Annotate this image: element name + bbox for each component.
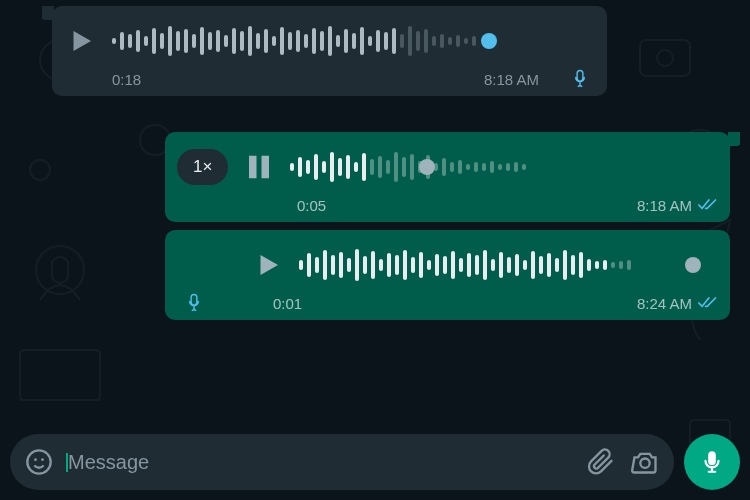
svg-point-13 [41,458,44,461]
svg-rect-10 [262,156,270,179]
duration-label: 0:01 [273,295,302,312]
voice-message-outgoing: 1× 0:05 8:18 AM [165,132,730,222]
playhead-knob[interactable] [685,257,701,273]
timestamp: 8:24 AM [637,295,692,312]
playhead-knob[interactable] [419,159,435,175]
playhead-knob[interactable] [481,33,497,49]
message-input-bar: Message [10,434,740,490]
svg-point-12 [34,458,37,461]
double-check-icon [698,296,718,310]
waveform-slider[interactable] [299,245,718,285]
waveform-slider[interactable] [112,21,595,61]
timestamp: 8:18 AM [484,71,539,88]
timestamp: 8:18 AM [637,197,692,214]
waveform-slider[interactable] [290,147,718,187]
duration-label: 0:18 [112,71,141,88]
camera-icon[interactable] [630,447,660,477]
play-button[interactable] [64,24,98,58]
svg-rect-9 [249,156,257,179]
message-placeholder: Message [68,451,572,474]
svg-point-11 [27,450,50,473]
voice-message-outgoing: 0:01 8:24 AM [165,230,730,320]
double-check-icon [698,198,718,212]
mic-heard-icon [183,292,205,314]
play-button[interactable] [251,248,285,282]
bubble-tail [728,132,740,146]
message-input[interactable]: Message [10,434,674,490]
bubble-tail [42,6,54,20]
mic-heard-icon [569,68,591,90]
emoji-icon[interactable] [24,447,54,477]
playback-speed-button[interactable]: 1× [177,149,228,185]
voice-message-incoming: 0:18 8:18 AM [52,6,607,96]
duration-label: 0:05 [297,197,326,214]
svg-point-14 [640,459,649,468]
record-voice-button[interactable] [684,434,740,490]
pause-button[interactable] [242,150,276,184]
attachment-icon[interactable] [586,447,616,477]
